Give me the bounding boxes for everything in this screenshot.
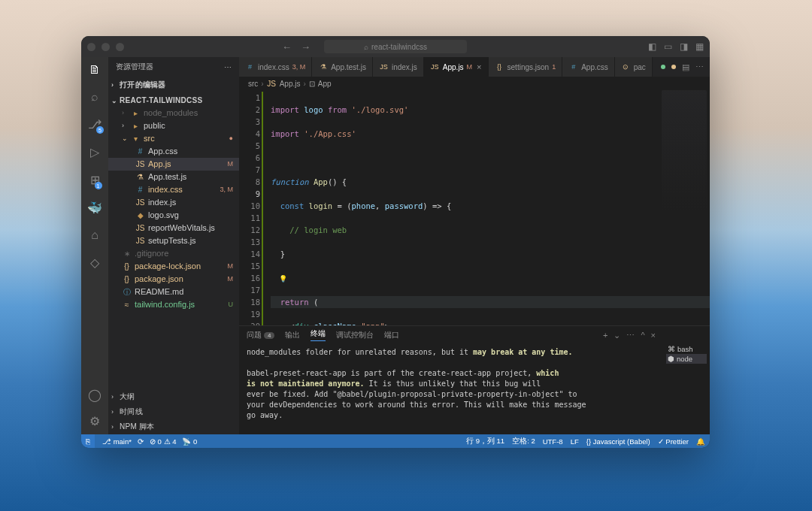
tree-appcss[interactable]: #App.css xyxy=(108,145,239,158)
tab-bar: #index.css 3, M ⚗App.test.js JSindex.js … xyxy=(239,57,710,77)
panel-tab-terminal[interactable]: 终端 xyxy=(311,329,326,341)
open-editors-section[interactable]: ›打开的编辑器 xyxy=(108,78,239,92)
panel-tab-problems[interactable]: 问题4 xyxy=(247,331,274,340)
close-icon[interactable]: × xyxy=(477,62,481,71)
cursor-position[interactable]: 行 9，列 11 xyxy=(466,437,504,446)
docker-icon[interactable]: 🐳 xyxy=(87,201,102,215)
tab-appcss[interactable]: #App.css xyxy=(562,57,615,77)
outline-section[interactable]: ›大纲 xyxy=(108,389,239,404)
css-icon: # xyxy=(568,62,578,72)
extensions-icon[interactable]: ⊞1 xyxy=(90,173,100,187)
js-icon: JS xyxy=(430,62,440,72)
maximize-icon[interactable]: ^ xyxy=(641,331,644,340)
more-icon[interactable]: ⋯ xyxy=(695,62,704,72)
project-section[interactable]: ⌄REACT-TAILWINDCSS xyxy=(108,95,239,106)
close-dot[interactable] xyxy=(87,43,95,51)
tree-pkglock[interactable]: {}package-lock.jsonM xyxy=(108,260,239,273)
layout-left-icon[interactable]: ◧ xyxy=(648,41,656,52)
window-controls xyxy=(87,43,124,51)
language-status[interactable]: {} Javascript (Babel) xyxy=(586,437,650,446)
terminal-node[interactable]: ⬢node xyxy=(666,354,707,364)
terminal-output[interactable]: node_modules folder for unrelated reason… xyxy=(239,344,663,434)
git-gutter-added xyxy=(262,188,263,325)
chevron-down-icon[interactable]: ⌄ xyxy=(614,331,620,340)
js-icon: JS xyxy=(135,198,145,207)
shell-icon: ⌘ xyxy=(668,345,675,353)
sidebar: 资源管理器 ⋯ ›打开的编辑器 ⌄REACT-TAILWINDCSS ›▸nod… xyxy=(108,57,239,434)
code-editor[interactable]: import logo from './logo.svg' import './… xyxy=(266,90,710,325)
tree-setuptests[interactable]: JSsetupTests.js xyxy=(108,234,239,247)
folder-icon: ▸ xyxy=(131,121,141,131)
tree-appjs[interactable]: JSApp.jsM xyxy=(108,158,239,171)
tree-public[interactable]: ›▸public xyxy=(108,119,239,132)
activity-bar: 🗎 ⌕ ⎇5 ▷ ⊞1 🐳 ⌂ ◇ ◯ ⚙ xyxy=(81,57,108,434)
npm-section[interactable]: ›NPM 脚本 xyxy=(108,419,239,434)
tree-tailwind[interactable]: ≈tailwind.config.jsU xyxy=(108,298,239,311)
node-icon: ⬢ xyxy=(668,355,674,363)
problems-status[interactable]: ⊘ 0 ⚠ 4 xyxy=(150,437,177,446)
layout-grid-icon[interactable]: ▦ xyxy=(695,41,704,52)
compare-icon[interactable]: ▤ xyxy=(682,62,689,72)
explorer-icon[interactable]: 🗎 xyxy=(89,63,101,77)
md-icon: ⓘ xyxy=(122,287,132,297)
indent-status[interactable]: 空格: 2 xyxy=(512,437,535,446)
tree-node-modules[interactable]: ›▸node_modules xyxy=(108,107,239,119)
tab-apptest[interactable]: ⚗App.test.js xyxy=(312,57,373,77)
more-icon[interactable]: ⋯ xyxy=(224,63,232,71)
js-icon: ⚗ xyxy=(318,62,328,72)
terminal-bash[interactable]: ⌘bash xyxy=(666,344,707,354)
layout-bottom-icon[interactable]: ▭ xyxy=(664,41,672,52)
encoding-status[interactable]: UTF-8 xyxy=(543,437,563,446)
git-gutter-modified xyxy=(262,92,263,188)
tree-readme[interactable]: ⓘREADME.md xyxy=(108,286,239,298)
timeline-section[interactable]: ›时间线 xyxy=(108,404,239,419)
remote-button[interactable]: ⎘ xyxy=(81,434,95,448)
panel-tab-output[interactable]: 输出 xyxy=(285,331,300,340)
tree-indexjs[interactable]: JSindex.js xyxy=(108,196,239,209)
tree-reportweb[interactable]: JSreportWebVitals.js xyxy=(108,222,239,234)
minimap[interactable] xyxy=(662,90,707,210)
tab-indexjs[interactable]: JSindex.js xyxy=(373,57,424,77)
settings-icon[interactable]: ⚙ xyxy=(89,414,100,428)
account-icon[interactable]: ◯ xyxy=(88,388,102,402)
tree-apptest[interactable]: ⚗App.test.js xyxy=(108,171,239,183)
editor-area: #index.css 3, M ⚗App.test.js JSindex.js … xyxy=(239,57,710,434)
tree-logosvg[interactable]: ◆logo.svg xyxy=(108,209,239,222)
tab-appjs[interactable]: JSApp.js M× xyxy=(424,57,489,77)
tree-gitignore[interactable]: ∗.gitignore xyxy=(108,247,239,260)
bell-icon[interactable]: 🔔 xyxy=(696,437,705,446)
css-icon: # xyxy=(245,62,255,72)
scm-icon[interactable]: ⎇5 xyxy=(88,117,102,132)
json-icon: ⊙ xyxy=(621,62,631,72)
git-branch[interactable]: ⎇ main* xyxy=(102,437,132,446)
more-icon[interactable]: ⋯ xyxy=(626,331,635,340)
sync-icon[interactable]: ⟳ xyxy=(138,437,144,446)
json-icon: {} xyxy=(122,274,132,284)
breadcrumb[interactable]: src› JSApp.js› ⊡App xyxy=(239,77,710,90)
debug-icon[interactable]: ▷ xyxy=(90,145,99,159)
tree-indexcss[interactable]: #index.css3, M xyxy=(108,183,239,196)
nav-fwd-icon[interactable]: → xyxy=(301,41,311,53)
zoom-dot[interactable] xyxy=(116,43,124,51)
gitlab-icon[interactable]: ⌂ xyxy=(91,228,98,242)
panel-tab-debug[interactable]: 调试控制台 xyxy=(336,331,374,340)
eol-status[interactable]: LF xyxy=(571,437,579,446)
minimize-dot[interactable] xyxy=(102,43,110,51)
fox-icon[interactable]: ◇ xyxy=(90,256,99,270)
ports-status[interactable]: 📡 0 xyxy=(182,437,197,446)
new-terminal-icon[interactable]: + xyxy=(603,331,607,340)
command-center[interactable]: ⌕ react-tailwindcss xyxy=(324,40,467,53)
tab-settings[interactable]: {}settings.json 1 xyxy=(489,57,563,77)
tree-pkg[interactable]: {}package.jsonM xyxy=(108,273,239,286)
layout-right-icon[interactable]: ◨ xyxy=(680,41,688,52)
close-icon[interactable]: × xyxy=(651,331,656,340)
prettier-status[interactable]: ✓ Prettier xyxy=(658,437,689,446)
nav-back-icon[interactable]: ← xyxy=(282,41,292,53)
lightbulb-icon[interactable]: 💡 xyxy=(271,275,287,283)
panel-tab-ports[interactable]: 端口 xyxy=(384,331,399,340)
tree-src[interactable]: ⌄▾src● xyxy=(108,132,239,145)
tab-pac[interactable]: ⊙pac xyxy=(615,57,653,77)
sidebar-header: 资源管理器 ⋯ xyxy=(108,57,239,77)
tab-indexcss[interactable]: #index.css 3, M xyxy=(239,57,312,77)
search-activity-icon[interactable]: ⌕ xyxy=(91,90,98,104)
